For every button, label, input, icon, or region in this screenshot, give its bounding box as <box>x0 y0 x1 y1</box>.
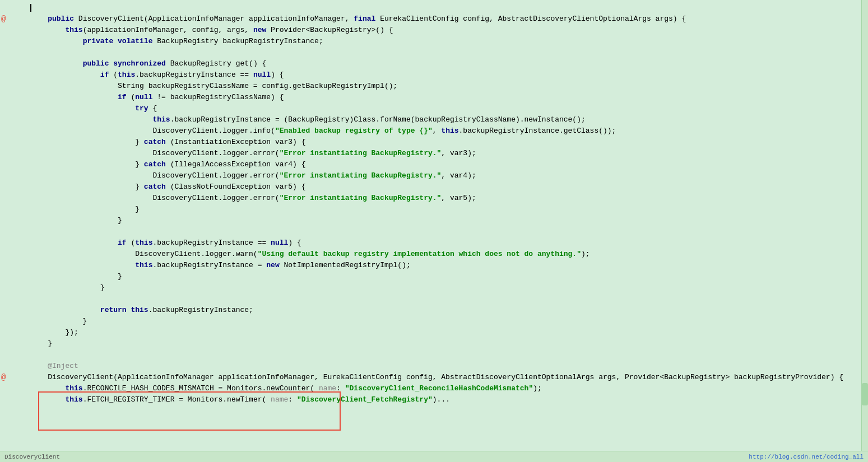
line-content-28: } <box>28 316 868 327</box>
line-content-6: if (this.backupRegistryInstance == null)… <box>28 69 868 81</box>
line-content-13: DiscoveryClient.logger.error("Error inst… <box>28 148 868 159</box>
line-content-18: } <box>28 204 868 215</box>
line-content-11: DiscoveryClient.logger.info("Enabled bac… <box>28 125 868 137</box>
line-content-14: } catch (IllegalAccessException var4) { <box>28 159 868 170</box>
code-line-3: private volatile BackupRegistry backupRe… <box>0 36 868 47</box>
status-right: http://blog.csdn.net/coding_all <box>749 454 864 460</box>
code-line-15: DiscoveryClient.logger.error("Error inst… <box>0 170 868 181</box>
scrollbar-thumb[interactable] <box>862 383 868 405</box>
code-line-21: if (this.backupRegistryInstance == null)… <box>0 237 868 249</box>
code-line-4 <box>0 47 868 58</box>
line-content-5: public synchronized BackupRegistry get()… <box>28 58 868 69</box>
code-line-30: } <box>0 338 868 349</box>
line-content-8: if (null != backupRegistryClassName) { <box>28 92 868 103</box>
code-area: @ public DiscoveryClient(ApplicationInfo… <box>0 0 868 408</box>
line-content-9: try { <box>28 103 868 114</box>
line-content-10: this.backupRegistryInstance = (BackupReg… <box>28 114 868 125</box>
code-line-25: } <box>0 282 868 293</box>
code-line-20 <box>0 226 868 237</box>
code-line-14: } catch (IllegalAccessException var4) { <box>0 159 868 170</box>
line-content-25: } <box>28 282 868 293</box>
code-line-6: if (this.backupRegistryInstance == null)… <box>0 69 868 81</box>
code-line-5: public synchronized BackupRegistry get()… <box>0 58 868 69</box>
line-content-2: this(applicationInfoManager, config, arg… <box>28 25 868 36</box>
line-content-27: return this.backupRegistryInstance; <box>28 305 868 316</box>
code-line-22: DiscoveryClient.logger.warn("Using defau… <box>0 249 868 260</box>
code-line-13: DiscoveryClient.logger.error("Error inst… <box>0 148 868 159</box>
code-line-10: this.backupRegistryInstance = (BackupReg… <box>0 114 868 125</box>
line-content-7: String backupRegistryClassName = config.… <box>28 81 868 92</box>
code-line-8: if (null != backupRegistryClassName) { <box>0 92 868 103</box>
line-content-0 <box>28 2 868 13</box>
code-line-34: this.RECONCILE_HASH_CODES_MISMATCH = Mon… <box>0 383 868 394</box>
code-line-7: String backupRegistryClassName = config.… <box>0 81 868 92</box>
code-line-27: return this.backupRegistryInstance; <box>0 305 868 316</box>
code-line-33: @ DiscoveryClient(ApplicationInfoManager… <box>0 372 868 383</box>
line-content-12: } catch (InstantiationException var3) { <box>28 137 868 148</box>
gutter-annotation-33: @ <box>1 372 6 383</box>
code-line-12: } catch (InstantiationException var3) { <box>0 137 868 148</box>
line-content-16: } catch (ClassNotFoundException var5) { <box>28 181 868 193</box>
code-line-0 <box>0 2 868 13</box>
code-line-23: this.backupRegistryInstance = new NotImp… <box>0 260 868 271</box>
line-content-23: this.backupRegistryInstance = new NotImp… <box>28 260 868 271</box>
line-content-3: private volatile BackupRegistry backupRe… <box>28 36 868 47</box>
code-line-31 <box>0 349 868 361</box>
line-content-17: DiscoveryClient.logger.error("Error inst… <box>28 193 868 204</box>
code-line-2: this(applicationInfoManager, config, arg… <box>0 25 868 36</box>
code-editor: @ public DiscoveryClient(ApplicationInfo… <box>0 0 868 462</box>
code-line-18: } <box>0 204 868 215</box>
code-line-9: try { <box>0 103 868 114</box>
status-bar: DiscoveryClient http://blog.csdn.net/cod… <box>0 451 868 462</box>
code-line-19: } <box>0 215 868 226</box>
line-content-33: DiscoveryClient(ApplicationInfoManager a… <box>28 372 868 383</box>
code-line-26 <box>0 293 868 305</box>
line-content-22: DiscoveryClient.logger.warn("Using defau… <box>28 249 868 260</box>
scrollbar[interactable] <box>861 0 868 451</box>
line-content-34: this.RECONCILE_HASH_CODES_MISMATCH = Mon… <box>28 383 868 394</box>
code-line-28: } <box>0 316 868 327</box>
status-left: DiscoveryClient <box>4 454 749 460</box>
code-line-1: @ public DiscoveryClient(ApplicationInfo… <box>0 13 868 25</box>
line-content-1: public DiscoveryClient(ApplicationInfoMa… <box>28 13 868 25</box>
line-content-35: this.FETCH_REGISTRY_TIMER = Monitors.new… <box>28 394 868 405</box>
code-line-35: this.FETCH_REGISTRY_TIMER = Monitors.new… <box>0 394 868 405</box>
line-content-30: } <box>28 338 868 349</box>
line-content-32: @Inject <box>28 361 868 372</box>
code-line-16: } catch (ClassNotFoundException var5) { <box>0 181 868 193</box>
code-line-24: } <box>0 271 868 282</box>
gutter-annotation-1: @ <box>1 13 6 25</box>
line-content-21: if (this.backupRegistryInstance == null)… <box>28 237 868 249</box>
line-content-19: } <box>28 215 868 226</box>
line-content-24: } <box>28 271 868 282</box>
line-content-29: }); <box>28 327 868 338</box>
code-line-17: DiscoveryClient.logger.error("Error inst… <box>0 193 868 204</box>
line-content-15: DiscoveryClient.logger.error("Error inst… <box>28 170 868 181</box>
code-line-11: DiscoveryClient.logger.info("Enabled bac… <box>0 125 868 137</box>
code-line-29: }); <box>0 327 868 338</box>
code-line-32: @Inject <box>0 361 868 372</box>
